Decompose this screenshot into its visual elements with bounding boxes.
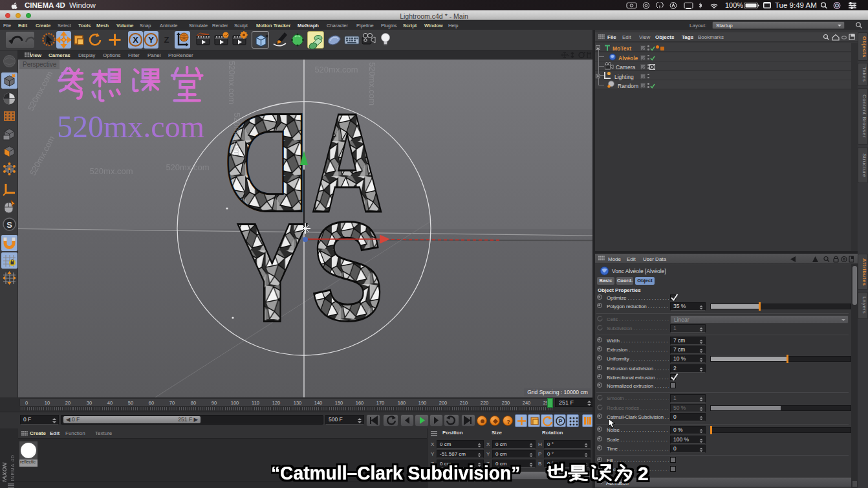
svg-text:P: P [558, 418, 562, 425]
svg-text:“Catmull–Clark Subdivision”: “Catmull–Clark Subdivision” [271, 462, 520, 483]
svg-text:S: S [6, 220, 12, 230]
svg-text:S: S [312, 194, 383, 348]
svg-text:?: ? [506, 419, 510, 425]
svg-text:2: 2 [638, 463, 649, 484]
svg-text:Z: Z [164, 35, 169, 45]
svg-text:Y: Y [148, 35, 154, 45]
svg-text:Y: Y [237, 195, 307, 349]
svg-text:X: X [133, 35, 138, 45]
svg-text:520mx.com: 520mx.com [57, 109, 204, 142]
